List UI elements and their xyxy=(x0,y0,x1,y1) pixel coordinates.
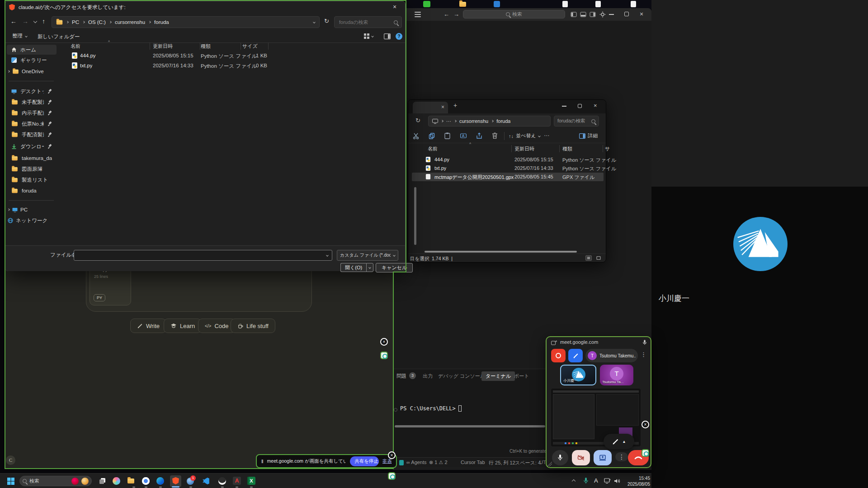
breadcrumb-pc[interactable]: PC xyxy=(72,19,79,25)
column-size[interactable]: サイズ xyxy=(242,43,258,50)
column-type[interactable]: 種類 xyxy=(562,145,572,152)
share-icon[interactable] xyxy=(476,132,482,139)
sidebar-item-naiji[interactable]: 内示手配書 xyxy=(7,108,57,118)
claude-attachment-card[interactable]: 444.py 25 lines PY xyxy=(90,266,131,305)
taskbar-search[interactable]: 検索 xyxy=(19,476,92,486)
desktop-doc-icon[interactable] xyxy=(562,1,568,7)
file-row[interactable]: 444.py 2025/08/05 15:15 Python ソース ファイル … xyxy=(60,51,395,61)
toggle-primary-sidebar-icon[interactable] xyxy=(571,11,577,18)
preview-pane-icon[interactable] xyxy=(384,33,391,39)
annotation-camera-icon[interactable] xyxy=(642,449,649,457)
stop-sharing-button[interactable]: 共有を停止 xyxy=(350,456,379,466)
tab-ports[interactable]: ポート xyxy=(514,373,529,380)
dialog-breadcrumb[interactable]: PC OS (C:) cursorrenshu foruda xyxy=(52,16,320,28)
help-icon[interactable]: ? xyxy=(396,33,402,40)
maximize-icon[interactable] xyxy=(624,12,629,16)
mic-toggle-button[interactable] xyxy=(552,450,568,465)
sidebar-item-onedrive[interactable]: OneDrive xyxy=(7,66,57,76)
sidebar-item-pc[interactable]: PC xyxy=(7,205,57,215)
participant-tile-host[interactable]: T Tsutomu Ta... xyxy=(600,365,633,385)
cursor-tab-status[interactable]: Cursor Tab xyxy=(461,460,485,465)
desktop-icon[interactable] xyxy=(494,1,500,7)
tray-network-icon[interactable] xyxy=(604,478,611,484)
cursor-position-status[interactable]: 行 25, 列 12 xyxy=(489,460,515,466)
tray-ime-indicator[interactable]: A xyxy=(594,477,598,484)
view-mode-button[interactable] xyxy=(363,33,373,39)
excel-button[interactable]: X xyxy=(247,477,255,485)
expand-chevron-icon[interactable] xyxy=(7,70,10,73)
organize-button[interactable]: 整理 xyxy=(12,33,27,39)
host-pill[interactable]: T Tsutomu Takemu... xyxy=(585,349,638,362)
address-dropdown-icon[interactable] xyxy=(313,21,316,23)
breadcrumb-os-c[interactable]: OS (C:) xyxy=(88,19,106,25)
remote-indicator[interactable] xyxy=(399,460,404,465)
edge-button[interactable] xyxy=(156,477,164,485)
toggle-panel-icon[interactable] xyxy=(580,11,586,18)
tab-terminal[interactable]: ターミナル xyxy=(481,371,515,381)
open-dropdown[interactable] xyxy=(366,263,373,272)
indent-status[interactable]: スペース: 4 xyxy=(515,460,541,466)
annotation-close-icon[interactable]: × xyxy=(642,421,649,428)
new-folder-button[interactable]: 新しいフォルダー xyxy=(38,33,80,40)
details-view-toggle[interactable] xyxy=(585,255,592,261)
refresh-icon[interactable]: ↻ xyxy=(415,117,420,124)
chrome-button[interactable] xyxy=(142,477,150,485)
file-explorer-button[interactable] xyxy=(127,479,134,483)
breadcrumb-ellipsis[interactable]: ⋯ xyxy=(446,118,451,124)
open-split-button[interactable]: 開く(O) xyxy=(340,263,373,272)
expand-chevron-icon[interactable] xyxy=(7,208,10,211)
maximize-icon[interactable] xyxy=(578,104,582,108)
sidebar-item-desktop[interactable]: デスクトップ xyxy=(7,86,57,96)
tab-close-icon[interactable]: × xyxy=(441,104,444,110)
toggle-secondary-sidebar-icon[interactable] xyxy=(590,11,596,18)
sidebar-item-denpyo[interactable]: 伝票No.未記入リスト xyxy=(7,119,57,129)
tray-expand-icon[interactable] xyxy=(572,479,576,483)
explorer-tab[interactable]: × xyxy=(413,102,448,113)
column-size[interactable]: サ xyxy=(605,145,610,152)
cursor-search-box[interactable]: 検索 xyxy=(463,10,565,19)
brave-button-active[interactable] xyxy=(170,475,181,487)
breadcrumb-foruda[interactable]: foruda xyxy=(154,19,169,25)
close-icon[interactable]: × xyxy=(393,3,396,10)
desktop-icon[interactable] xyxy=(423,1,430,7)
forward-icon[interactable]: → xyxy=(22,18,28,25)
column-name[interactable]: 名前 xyxy=(428,145,438,152)
file-row[interactable]: txt.py 2025/07/16 14:33 Python ソース ファイル xyxy=(412,164,604,173)
sidebar-item-takemura-data[interactable]: takemura_data xyxy=(7,153,57,163)
file-row[interactable]: txt.py 2025/07/16 14:33 Python ソース ファイル … xyxy=(60,61,395,70)
draw-button[interactable] xyxy=(568,349,583,362)
recent-locations-icon[interactable] xyxy=(33,19,37,23)
sidebar-item-home[interactable]: ホーム xyxy=(7,45,57,55)
history-back-icon[interactable]: ← xyxy=(443,11,449,18)
history-forward-icon[interactable]: → xyxy=(453,11,459,18)
code-button[interactable]: </> Code xyxy=(198,319,236,333)
column-date[interactable]: 更新日時 xyxy=(514,145,534,152)
breadcrumb-foruda[interactable]: foruda xyxy=(496,118,510,124)
annotation-close-icon[interactable]: × xyxy=(380,338,388,346)
file-row-selected[interactable]: mctmapデータ公開用20250501.gpx 2025/08/05 15:4… xyxy=(412,173,604,181)
explorer-breadcrumb[interactable]: ⋯ cursorrenshu foruda xyxy=(428,116,551,127)
learn-button[interactable]: Learn xyxy=(164,319,202,333)
gear-icon[interactable] xyxy=(599,11,606,18)
column-name[interactable]: 名前 xyxy=(71,43,80,50)
notification-app-button[interactable]: 1 xyxy=(187,477,195,485)
copilot-button[interactable] xyxy=(113,477,120,485)
tab-problems[interactable]: 問題 xyxy=(396,373,406,380)
refresh-icon[interactable]: ↻ xyxy=(324,18,329,24)
pip-menu-icon[interactable]: ⋮ xyxy=(641,351,646,358)
desktop-doc-icon[interactable] xyxy=(595,1,601,7)
resize-handle[interactable] xyxy=(547,462,552,466)
details-toggle-button[interactable]: 詳細 xyxy=(579,132,598,139)
filename-combobox[interactable] xyxy=(74,250,332,261)
tab-output[interactable]: 出力 xyxy=(423,373,433,380)
breadcrumb-cursorrenshu[interactable]: cursorrenshu xyxy=(115,19,145,25)
explorer-search-box[interactable]: forudaの検索 xyxy=(554,116,599,127)
open-button[interactable]: 開く(O) xyxy=(340,263,366,272)
start-button[interactable] xyxy=(7,478,14,485)
sidebar-item-zumen[interactable]: 図面原簿 xyxy=(7,164,57,174)
menu-icon[interactable] xyxy=(415,14,421,15)
problems-status[interactable]: ⊗ 1 ⚠ 2 xyxy=(429,460,448,465)
column-type[interactable]: 種類 xyxy=(201,43,211,50)
back-icon[interactable]: ← xyxy=(10,18,17,25)
tray-clock[interactable]: 15:45 2025/08/05 xyxy=(625,475,650,487)
